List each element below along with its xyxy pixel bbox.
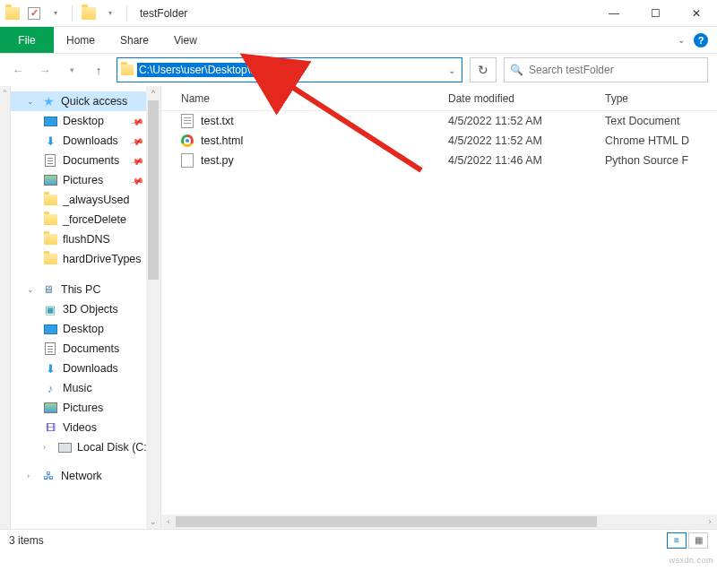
column-header-type[interactable]: Type	[605, 92, 717, 105]
chrome-icon	[181, 134, 194, 147]
tab-home[interactable]: Home	[54, 27, 108, 53]
horizontal-scrollbar[interactable]: ‹ ›	[161, 514, 717, 529]
column-headers: Name Date modified Type	[161, 86, 717, 111]
scroll-thumb[interactable]	[148, 100, 159, 280]
scroll-up-icon[interactable]: ^	[0, 86, 10, 97]
expand-ribbon-icon[interactable]: ⌄	[678, 35, 685, 45]
network-icon: 🖧	[41, 469, 56, 483]
column-header-name[interactable]: Name	[161, 92, 448, 105]
chevron-right-icon[interactable]: ›	[43, 443, 52, 452]
address-row: ← → ▾ ↑ C:\Users\user\Desktop\testFolder…	[0, 54, 717, 86]
sidebar-quick-access[interactable]: ⌄ ★ Quick access	[11, 91, 160, 111]
separator	[72, 5, 73, 22]
sidebar-item-downloads[interactable]: ⬇Downloads	[11, 359, 160, 378]
title-bar: ✓ ▾ ▾ testFolder — ☐ ✕	[0, 0, 717, 27]
file-date: 4/5/2022 11:46 AM	[448, 154, 605, 167]
sidebar-item-downloads[interactable]: ⬇Downloads📌	[11, 131, 160, 151]
recent-locations-icon[interactable]: ▾	[61, 59, 82, 81]
sidebar-network[interactable]: › 🖧 Network	[11, 466, 160, 486]
column-header-date[interactable]: Date modified	[448, 92, 605, 105]
file-tab[interactable]: File	[0, 27, 54, 53]
properties-check-icon[interactable]: ✓	[25, 4, 43, 22]
text-file-icon	[181, 114, 194, 128]
left-scroll-gutter[interactable]: ^	[0, 86, 11, 529]
sidebar-item-label: Local Disk (C:)	[77, 441, 151, 454]
sidebar-this-pc[interactable]: ⌄ 🖥 This PC	[11, 280, 160, 299]
address-path[interactable]: C:\Users\user\Desktop\testFolder	[137, 63, 299, 77]
chevron-down-icon[interactable]: ⌄	[27, 285, 36, 294]
tab-view[interactable]: View	[161, 27, 210, 53]
sidebar-item-desktop[interactable]: Desktop📌	[11, 111, 160, 131]
nav-buttons: ← → ▾ ↑	[7, 59, 109, 81]
sidebar-item-label: Documents	[63, 342, 119, 355]
sidebar-item-folder[interactable]: flushDNS	[11, 229, 160, 249]
navigation-pane: ⌄ ★ Quick access Desktop📌 ⬇Downloads📌 Do…	[11, 86, 161, 529]
sidebar-item-folder[interactable]: _forceDelete	[11, 210, 160, 229]
sidebar-item-documents[interactable]: Documents	[11, 339, 160, 359]
chevron-down-icon[interactable]: ⌄	[27, 97, 36, 106]
file-row[interactable]: test.py 4/5/2022 11:46 AM Python Source …	[161, 151, 717, 170]
file-row[interactable]: test.html 4/5/2022 11:52 AM Chrome HTML …	[161, 131, 717, 151]
file-name: test.py	[201, 154, 234, 167]
separator	[126, 5, 127, 22]
sidebar-item-label: Downloads	[63, 362, 118, 375]
sidebar-item-local-disk[interactable]: ›Local Disk (C:)	[11, 437, 160, 457]
qat-dropdown-icon[interactable]: ▾	[101, 4, 119, 22]
sidebar-item-videos[interactable]: 🎞Videos	[11, 418, 160, 437]
address-dropdown-icon[interactable]: ⌄	[442, 65, 462, 75]
sidebar-item-documents[interactable]: Documents📌	[11, 151, 160, 170]
status-bar: 3 items ≡ ▦	[0, 529, 717, 550]
file-row[interactable]: test.txt 4/5/2022 11:52 AM Text Document	[161, 111, 717, 131]
sidebar-label: Quick access	[61, 95, 127, 108]
sidebar-item-desktop[interactable]: Desktop	[11, 319, 160, 339]
quick-access-icon: ★	[41, 94, 56, 108]
sidebar-item-music[interactable]: ♪Music	[11, 378, 160, 398]
sidebar-item-label: _forceDelete	[63, 213, 126, 226]
sidebar-item-label: _alwaysUsed	[63, 194, 129, 206]
nav-scrollbar[interactable]: ^ ⌄	[146, 86, 160, 529]
sidebar-item-label: Pictures	[63, 174, 103, 186]
close-button[interactable]: ✕	[676, 0, 717, 27]
folder-icon	[44, 195, 57, 205]
sidebar-item-pictures[interactable]: Pictures📌	[11, 170, 160, 190]
sidebar-item-label: Desktop	[63, 323, 104, 335]
pin-icon: 📌	[130, 173, 144, 187]
file-date: 4/5/2022 11:52 AM	[448, 134, 605, 147]
sidebar-item-3d-objects[interactable]: ▣3D Objects	[11, 299, 160, 319]
refresh-button[interactable]: ↻	[470, 57, 497, 82]
sidebar-item-label: Downloads	[63, 134, 118, 147]
minimize-button[interactable]: —	[593, 0, 635, 27]
qat-dropdown-icon[interactable]: ▾	[47, 4, 65, 22]
large-icons-view-button[interactable]: ▦	[688, 532, 708, 549]
address-bar[interactable]: C:\Users\user\Desktop\testFolder ⌄	[117, 57, 462, 82]
scroll-right-icon[interactable]: ›	[703, 517, 717, 526]
window-title: testFolder	[140, 7, 187, 20]
file-list-pane: Name Date modified Type test.txt 4/5/202…	[161, 86, 717, 529]
ribbon: File Home Share View ⌄ ?	[0, 27, 717, 54]
scroll-thumb[interactable]	[176, 516, 597, 527]
tab-share[interactable]: Share	[108, 27, 161, 53]
scroll-left-icon[interactable]: ‹	[161, 517, 176, 526]
item-count: 3 items	[9, 534, 44, 547]
watermark: wsxdn.com	[669, 556, 713, 565]
back-button[interactable]: ←	[7, 59, 29, 81]
forward-button[interactable]: →	[34, 59, 56, 81]
file-type: Text Document	[605, 115, 717, 127]
chevron-right-icon[interactable]: ›	[27, 471, 36, 480]
sidebar-item-pictures[interactable]: Pictures	[11, 398, 160, 418]
file-type: Python Source F	[605, 154, 717, 167]
file-name: test.txt	[201, 115, 234, 127]
scroll-down-icon[interactable]: ⌄	[146, 514, 160, 529]
3d-objects-icon: ▣	[43, 302, 57, 316]
help-icon[interactable]: ?	[694, 33, 708, 48]
scroll-up-icon[interactable]: ^	[146, 86, 160, 100]
details-view-button[interactable]: ≡	[667, 532, 687, 549]
up-button[interactable]: ↑	[88, 59, 109, 81]
maximize-button[interactable]: ☐	[635, 0, 676, 27]
search-box[interactable]: 🔍 Search testFolder	[504, 57, 708, 82]
disk-icon	[58, 443, 72, 453]
sidebar-item-folder[interactable]: _alwaysUsed	[11, 190, 160, 210]
sidebar-item-folder[interactable]: hardDriveTypes	[11, 249, 160, 269]
sidebar-item-label: hardDriveTypes	[63, 253, 142, 265]
folder-icon	[44, 214, 57, 225]
